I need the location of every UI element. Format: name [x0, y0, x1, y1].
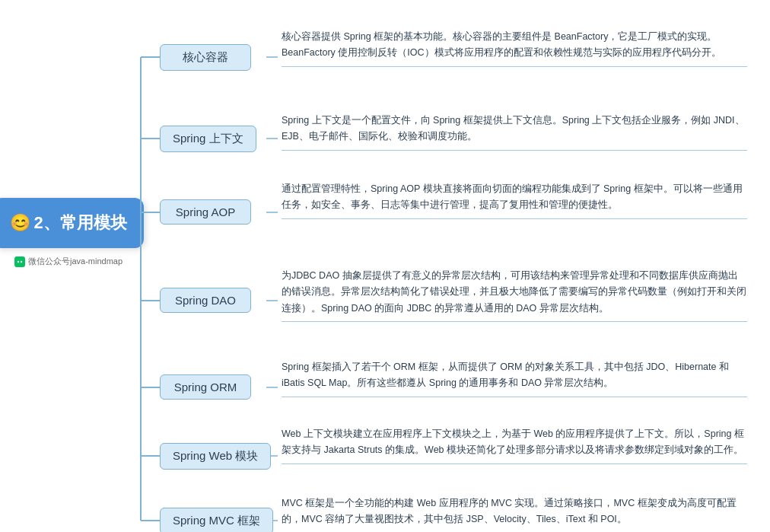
wechat-text: 微信公众号java-mindmap [28, 256, 123, 267]
desc-box-node4: 为JDBC DAO 抽象层提供了有意义的异常层次结构，可用该结构来管理异常处理和… [282, 268, 747, 322]
node-box-node6: Spring Web 模块 [160, 443, 271, 470]
node-box-node3: Spring AOP [160, 199, 251, 225]
desc-text-node4: 为JDBC DAO 抽象层提供了有意义的异常层次结构，可用该结构来管理异常处理和… [282, 268, 747, 317]
desc-text-node6: Web 上下文模块建立在应用程序上下文模块之上，为基于 Web 的应用程序提供了… [282, 426, 747, 459]
svg-point-1 [21, 260, 22, 262]
mind-map-container: 核心容器核心容器提供 Spring 框架的基本功能。核心容器的主要组件是 Bea… [137, 8, 755, 524]
desc-text-node3: 通过配置管理特性，Spring AOP 模块直接将面向切面的编程功能集成到了 S… [282, 181, 747, 214]
node-box-node2: Spring 上下文 [160, 126, 256, 152]
main-node-emoji: 😊 [10, 213, 30, 232]
desc-box-node2: Spring 上下文是一个配置文件，向 Spring 框架提供上下文信息。Spr… [282, 113, 747, 151]
node-box-node4: Spring DAO [160, 288, 251, 313]
desc-box-node1: 核心容器提供 Spring 框架的基本功能。核心容器的主要组件是 BeanFac… [282, 29, 747, 67]
main-node-title: 2、常用模块 [33, 213, 126, 232]
node-box-node5: Spring ORM [160, 374, 251, 400]
right-panel: 核心容器核心容器提供 Spring 框架的基本功能。核心容器的主要组件是 Bea… [137, 0, 770, 532]
desc-box-node7: MVC 框架是一个全功能的构建 Web 应用程序的 MVC 实现。通过策略接口，… [282, 495, 747, 532]
main-node: 😊2、常用模块 [0, 198, 144, 248]
left-panel: 😊2、常用模块 微信公众号java-mindmap [0, 0, 137, 532]
desc-text-node2: Spring 上下文是一个配置文件，向 Spring 框架提供上下文信息。Spr… [282, 113, 747, 145]
desc-text-node1: 核心容器提供 Spring 框架的基本功能。核心容器的主要组件是 BeanFac… [282, 29, 747, 62]
wechat-label: 微信公众号java-mindmap [14, 256, 123, 267]
desc-box-node5: Spring 框架插入了若干个 ORM 框架，从而提供了 ORM 的对象关系工具… [282, 359, 747, 397]
desc-text-node5: Spring 框架插入了若干个 ORM 框架，从而提供了 ORM 的对象关系工具… [282, 359, 747, 392]
desc-text-node7: MVC 框架是一个全功能的构建 Web 应用程序的 MVC 实现。通过策略接口，… [282, 495, 747, 528]
desc-box-node6: Web 上下文模块建立在应用程序上下文模块之上，为基于 Web 的应用程序提供了… [282, 426, 747, 464]
wechat-icon [14, 256, 25, 267]
desc-box-node3: 通过配置管理特性，Spring AOP 模块直接将面向切面的编程功能集成到了 S… [282, 181, 747, 219]
node-box-node7: Spring MVC 框架 [160, 508, 273, 532]
svg-point-0 [18, 260, 19, 262]
node-box-node1: 核心容器 [160, 44, 251, 71]
